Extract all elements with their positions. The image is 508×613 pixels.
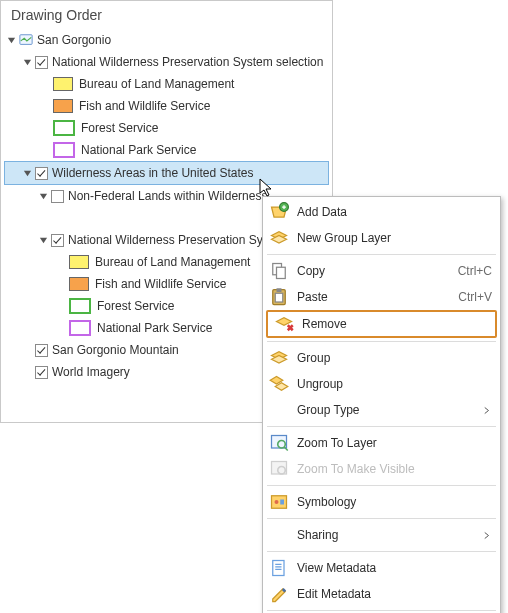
legend-row: Forest Service bbox=[5, 117, 328, 139]
menu-item-edit-metadata[interactable]: Edit Metadata bbox=[263, 581, 500, 607]
group-layer-icon bbox=[269, 228, 289, 248]
map-icon bbox=[19, 33, 33, 47]
layer-row[interactable]: National Wilderness Preservation System … bbox=[5, 51, 328, 73]
menu-item-paste[interactable]: Paste Ctrl+V bbox=[263, 284, 500, 310]
legend-swatch bbox=[53, 77, 73, 91]
menu-label: View Metadata bbox=[297, 561, 492, 575]
legend-label: Fish and Wildlife Service bbox=[79, 99, 214, 113]
menu-item-view-metadata[interactable]: View Metadata bbox=[263, 555, 500, 581]
menu-item-zoom-to-make-visible: Zoom To Make Visible bbox=[263, 456, 500, 482]
legend-swatch bbox=[69, 320, 91, 336]
expand-arrow-icon[interactable] bbox=[37, 234, 49, 246]
layer-label: Non-Federal Lands within Wilderness bbox=[68, 189, 271, 203]
group-icon bbox=[269, 348, 289, 368]
menu-shortcut: Ctrl+V bbox=[450, 290, 492, 304]
paste-icon bbox=[269, 287, 289, 307]
visibility-checkbox[interactable] bbox=[35, 167, 48, 180]
menu-item-new-group-layer[interactable]: New Group Layer bbox=[263, 225, 500, 251]
add-data-icon bbox=[269, 202, 289, 222]
visibility-checkbox[interactable] bbox=[51, 190, 64, 203]
menu-label: Edit Metadata bbox=[297, 587, 492, 601]
menu-item-copy[interactable]: Copy Ctrl+C bbox=[263, 258, 500, 284]
zoom-visible-icon bbox=[269, 459, 289, 479]
legend-label: Forest Service bbox=[97, 299, 178, 313]
menu-item-group-type[interactable]: Group Type bbox=[263, 397, 500, 423]
svg-rect-3 bbox=[277, 267, 286, 278]
menu-item-symbology[interactable]: Symbology bbox=[263, 489, 500, 515]
menu-label: Group bbox=[297, 351, 492, 365]
legend-swatch bbox=[69, 298, 91, 314]
context-menu: Add Data New Group Layer Copy Ctrl+C Pas… bbox=[262, 196, 501, 613]
edit-metadata-icon bbox=[269, 584, 289, 604]
menu-label: Ungroup bbox=[297, 377, 492, 391]
menu-item-add-data[interactable]: Add Data bbox=[263, 199, 500, 225]
menu-label: Zoom To Layer bbox=[297, 436, 492, 450]
legend-label: Forest Service bbox=[81, 121, 162, 135]
menu-separator bbox=[267, 341, 496, 342]
expand-arrow-icon[interactable] bbox=[5, 34, 17, 46]
expand-arrow-icon[interactable] bbox=[37, 190, 49, 202]
expand-arrow-icon[interactable] bbox=[21, 167, 33, 179]
legend-label: National Park Service bbox=[81, 143, 200, 157]
legend-row: Fish and Wildlife Service bbox=[5, 95, 328, 117]
svg-point-12 bbox=[275, 500, 279, 504]
legend-swatch bbox=[69, 211, 89, 225]
menu-label: New Group Layer bbox=[297, 231, 492, 245]
menu-label: Zoom To Make Visible bbox=[297, 462, 492, 476]
menu-shortcut: Ctrl+C bbox=[450, 264, 492, 278]
zoom-layer-icon bbox=[269, 433, 289, 453]
layer-label: National Wilderness Preservation System … bbox=[52, 55, 327, 69]
menu-label: Copy bbox=[297, 264, 450, 278]
blank-icon bbox=[269, 400, 289, 420]
legend-row: Bureau of Land Management bbox=[5, 73, 328, 95]
legend-label: National Park Service bbox=[97, 321, 216, 335]
layer-label: World Imagery bbox=[52, 365, 134, 379]
menu-item-ungroup[interactable]: Ungroup bbox=[263, 371, 500, 397]
legend-swatch bbox=[69, 277, 89, 291]
blank-icon bbox=[269, 525, 289, 545]
map-root-row[interactable]: San Gorgonio bbox=[5, 29, 328, 51]
menu-separator bbox=[267, 426, 496, 427]
visibility-checkbox[interactable] bbox=[35, 344, 48, 357]
menu-item-remove[interactable]: Remove bbox=[268, 312, 495, 336]
menu-label: Symbology bbox=[297, 495, 492, 509]
svg-rect-11 bbox=[272, 496, 287, 509]
submenu-chevron-icon bbox=[482, 531, 492, 540]
legend-swatch bbox=[53, 142, 75, 158]
visibility-checkbox[interactable] bbox=[35, 366, 48, 379]
symbology-icon bbox=[269, 492, 289, 512]
legend-swatch bbox=[69, 255, 89, 269]
svg-rect-14 bbox=[273, 561, 284, 576]
menu-separator bbox=[267, 518, 496, 519]
legend-label: Bureau of Land Management bbox=[95, 255, 254, 269]
menu-label: Paste bbox=[297, 290, 450, 304]
visibility-checkbox[interactable] bbox=[51, 234, 64, 247]
menu-item-group[interactable]: Group bbox=[263, 345, 500, 371]
svg-rect-5 bbox=[277, 288, 282, 292]
menu-separator bbox=[267, 610, 496, 611]
legend-label: Fish and Wildlife Service bbox=[95, 277, 230, 291]
legend-swatch bbox=[53, 99, 73, 113]
menu-label: Group Type bbox=[297, 403, 482, 417]
layer-label: San Gorgonio Mountain bbox=[52, 343, 183, 357]
ungroup-icon bbox=[269, 374, 289, 394]
legend-label: Bureau of Land Management bbox=[79, 77, 238, 91]
visibility-checkbox[interactable] bbox=[35, 56, 48, 69]
map-root-label: San Gorgonio bbox=[37, 33, 115, 47]
layer-label: Wilderness Areas in the United States bbox=[52, 166, 257, 180]
panel-title: Drawing Order bbox=[1, 1, 332, 27]
menu-separator bbox=[267, 485, 496, 486]
remove-icon bbox=[274, 314, 294, 334]
menu-item-sharing[interactable]: Sharing bbox=[263, 522, 500, 548]
layer-label: National Wilderness Preservation Syste bbox=[68, 233, 283, 247]
expand-arrow-icon[interactable] bbox=[21, 56, 33, 68]
menu-label: Add Data bbox=[297, 205, 492, 219]
menu-label: Remove bbox=[302, 317, 487, 331]
menu-separator bbox=[267, 254, 496, 255]
legend-swatch bbox=[53, 120, 75, 136]
svg-rect-6 bbox=[275, 293, 283, 302]
menu-item-zoom-to-layer[interactable]: Zoom To Layer bbox=[263, 430, 500, 456]
view-metadata-icon bbox=[269, 558, 289, 578]
layer-row-selected[interactable]: Wilderness Areas in the United States bbox=[4, 161, 329, 185]
copy-icon bbox=[269, 261, 289, 281]
